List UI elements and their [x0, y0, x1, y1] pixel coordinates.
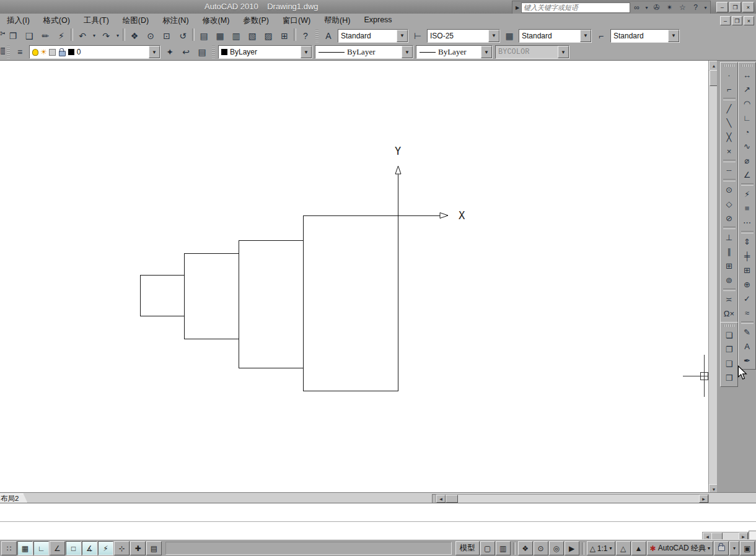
menu-tools[interactable]: 工具(T) [77, 14, 116, 28]
chevron-down-icon[interactable]: ▼ [397, 30, 408, 42]
chevron-down-icon[interactable]: ▼ [488, 30, 499, 42]
toolbar-grip[interactable] [7, 46, 10, 58]
toolbar-lock-button[interactable] [714, 541, 729, 555]
zoom-window-button[interactable]: ⊡ [159, 28, 174, 43]
layer-viewport-freeze-icon[interactable] [49, 49, 56, 56]
dimension-break-button[interactable]: ╪ [740, 249, 754, 263]
shaft-step-rect[interactable] [304, 216, 398, 391]
search-input[interactable] [521, 2, 630, 13]
snap-to-center-button[interactable]: ⊙ [722, 183, 736, 197]
help-icon[interactable]: ? [690, 2, 701, 13]
block-editor-button[interactable]: ⚡ [54, 28, 69, 43]
radius-dimension-button[interactable]: ◔ [740, 125, 754, 139]
send-under-objects-button[interactable]: ❒ [722, 371, 736, 385]
layer-on-icon[interactable] [32, 49, 38, 56]
annotation-scale-button[interactable]: △ 1:1 ▾ [587, 541, 615, 555]
send-to-back-button[interactable]: ❐ [722, 342, 736, 357]
minimize-button[interactable]: – [716, 2, 728, 12]
menu-express[interactable]: Express [357, 14, 398, 28]
quick-view-layouts-button[interactable]: ▢ [480, 541, 495, 555]
menu-modify[interactable]: 修改(M) [196, 14, 237, 28]
zoom-previous-button[interactable]: ↺ [175, 28, 190, 43]
grid-toggle[interactable]: ▦ [17, 541, 33, 555]
quick-dimension-button[interactable]: ⚡ [740, 187, 754, 201]
snap-to-endpoint-button[interactable]: ╱ [722, 102, 736, 116]
pan-status-button[interactable]: ❖ [518, 541, 533, 555]
layer-freeze-icon[interactable]: ☀ [40, 48, 47, 56]
favorites-icon[interactable]: ☆ [677, 2, 688, 13]
snap-to-node-button[interactable]: ⊚ [722, 273, 736, 287]
bring-above-objects-button[interactable]: ❑ [722, 357, 736, 371]
designcenter-button[interactable]: ▦ [213, 28, 227, 43]
jogged-linear-button[interactable]: ≈ [740, 306, 754, 320]
dimension-space-button[interactable]: ⇕ [740, 235, 754, 249]
ducs-toggle[interactable]: ⚡ [98, 541, 113, 555]
snap-to-extension-button[interactable]: ┄ [722, 163, 736, 178]
linetype-select[interactable]: ByLayer ▼ [315, 45, 413, 59]
inspect-dimension-button[interactable]: ✓ [740, 292, 754, 306]
aligned-dimension-button[interactable]: ↗ [740, 82, 754, 97]
angular-dimension-button[interactable]: ∠ [740, 168, 754, 182]
shaft-step-rect[interactable] [185, 254, 239, 339]
chevron-down-icon[interactable]: ▼ [580, 30, 591, 42]
continue-dimension-button[interactable]: ⋯ [740, 215, 754, 230]
ordinate-dimension-button[interactable]: ∟ [740, 111, 754, 125]
snap-to-nearest-button[interactable]: ≍ [722, 292, 736, 306]
help-dropdown-icon[interactable]: ▾ [703, 2, 708, 13]
annotation-visibility-button[interactable]: △ [616, 541, 631, 555]
command-line-window[interactable]: ◀ ▶ [0, 503, 756, 540]
key-icon[interactable]: ✇ [651, 2, 662, 13]
ortho-toggle[interactable]: ∟ [33, 541, 49, 555]
redo-button[interactable]: ↷ [99, 28, 113, 43]
quickcalc-button[interactable]: ⊞ [277, 28, 292, 43]
chevron-down-icon[interactable]: ▼ [402, 46, 413, 58]
search-icon[interactable]: ∞ [631, 2, 643, 13]
snap-to-quadrant-button[interactable]: ◇ [722, 197, 736, 211]
close-button[interactable]: × [742, 2, 754, 12]
bring-to-front-button[interactable]: ❏ [722, 328, 736, 342]
chevron-down-icon[interactable]: ▼ [301, 46, 312, 58]
command-splitter[interactable] [0, 521, 756, 522]
clean-screen-button[interactable]: ▣ [740, 541, 755, 555]
table-style-select[interactable]: Standard ▼ [519, 29, 592, 43]
search-dropdown-icon[interactable]: ▾ [644, 2, 649, 13]
pan-button[interactable]: ❖ [127, 28, 142, 43]
diameter-dimension-button[interactable]: ⌀ [740, 154, 754, 168]
dimension-text-edit-button[interactable]: A [740, 339, 754, 354]
lwt-toggle[interactable]: ✚ [130, 541, 146, 555]
help-button[interactable]: ? [298, 28, 313, 43]
polar-toggle[interactable]: ∠ [50, 541, 65, 555]
scroll-right-button[interactable]: ▶ [699, 495, 708, 503]
quick-properties-toggle[interactable]: ▤ [146, 541, 162, 555]
steering-wheel-button[interactable]: ◎ [549, 541, 564, 555]
markup-manager-button[interactable]: ▨ [261, 28, 276, 43]
make-object-layer-current-button[interactable]: ✦ [162, 45, 177, 59]
menu-format[interactable]: 格式(O) [37, 14, 77, 28]
doc-close-button[interactable]: × [744, 16, 754, 25]
toolbar-grip[interactable] [212, 46, 215, 58]
center-mark-button[interactable]: ⊕ [740, 277, 754, 292]
show-motion-button[interactable]: ▶ [565, 541, 579, 555]
match-properties-button[interactable]: ✏ [38, 28, 53, 43]
arc-length-dimension-button[interactable]: ◠ [740, 97, 754, 111]
dim-style-select[interactable]: ISO-25 ▼ [427, 29, 500, 43]
menu-dimension[interactable]: 标注(N) [156, 14, 195, 28]
layer-select[interactable]: ☀ 0 ▼ [29, 45, 160, 59]
undo-button[interactable]: ↶ [75, 28, 90, 43]
model-button[interactable]: 模型 [455, 541, 480, 555]
copy-button[interactable]: ❐ [6, 28, 20, 43]
layer-lock-icon[interactable] [59, 51, 66, 56]
menu-insert[interactable]: 插入(I) [0, 14, 37, 28]
snap-to-insert-button[interactable]: ⊞ [722, 259, 736, 273]
restore-button[interactable]: ❐ [729, 2, 741, 12]
sheetset-manager-button[interactable]: ▧ [245, 28, 260, 43]
tolerance-button[interactable]: ⊞ [740, 263, 754, 277]
workspace-switcher[interactable]: ✱ AutoCAD 经典 ▾ [647, 541, 713, 555]
chevron-down-icon[interactable]: ▼ [668, 30, 679, 42]
status-menu-button[interactable]: ▾ [729, 541, 739, 555]
snap-from-button[interactable]: ⌐ [722, 82, 736, 97]
menu-parametric[interactable]: 参数(P) [236, 14, 276, 28]
tool-palettes-button[interactable]: ▥ [229, 28, 244, 43]
snap-to-midpoint-button[interactable]: ╲ [722, 116, 736, 130]
drawing-canvas[interactable]: XY [0, 61, 708, 493]
